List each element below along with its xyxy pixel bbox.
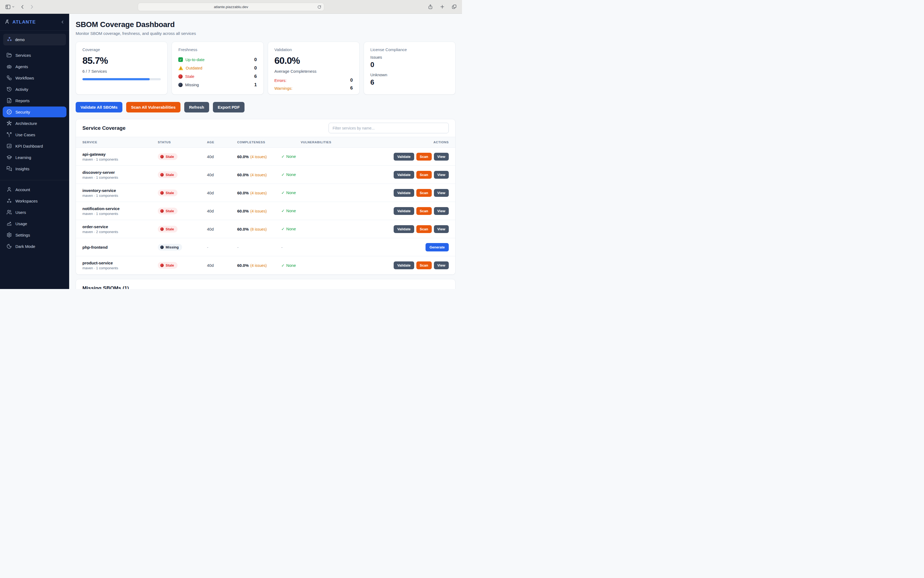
sidebar-item-security[interactable]: Security xyxy=(3,107,66,117)
completeness-issues: (4 issues) xyxy=(251,263,267,268)
status-label: Stale xyxy=(166,155,174,159)
sidebar-item-workspaces[interactable]: Workspaces xyxy=(3,195,66,206)
view-button[interactable]: View xyxy=(434,171,449,179)
view-button[interactable]: View xyxy=(434,207,449,215)
actions-cell: ValidateScanView xyxy=(391,171,449,179)
validate-button[interactable]: Validate xyxy=(394,153,414,161)
service-name: api-gateway xyxy=(83,152,158,156)
warnings-value: 6 xyxy=(350,85,353,91)
completeness-value: 60.0% xyxy=(237,172,249,177)
history-icon xyxy=(6,86,12,92)
col-status: STATUS xyxy=(158,141,207,144)
black-circle-icon xyxy=(178,83,183,87)
new-tab-icon[interactable] xyxy=(438,3,446,11)
scan-button[interactable]: Scan xyxy=(416,153,432,161)
view-button[interactable]: View xyxy=(434,225,449,233)
service-cell: product-servicemaven · 1 components xyxy=(83,261,158,270)
vulnerabilities-cell: ✓None xyxy=(281,154,391,159)
status-cell: Missing xyxy=(158,244,207,251)
scan-button[interactable]: Scan xyxy=(416,189,432,197)
freshness-label: Up-to-date xyxy=(185,57,204,62)
status-label: Stale xyxy=(166,227,174,231)
sidebar-nav-primary: ServicesAgentsWorkflowsActivityReportsSe… xyxy=(0,49,69,175)
sidebar-item-label: Account xyxy=(15,187,30,192)
table-row-discovery-server: discovery-servermaven · 1 componentsStal… xyxy=(76,166,455,184)
address-bar[interactable]: atlante.piazzablu.dev xyxy=(138,3,324,11)
sidebar-item-account[interactable]: Account xyxy=(3,184,66,195)
sidebar-item-workflows[interactable]: Workflows xyxy=(3,73,66,83)
completeness-issues: (8 issues) xyxy=(251,227,267,231)
scan-button[interactable]: Scan xyxy=(416,207,432,215)
sidebar-item-use-cases[interactable]: Use Cases xyxy=(3,129,66,140)
workspaces-icon xyxy=(6,198,12,204)
sidebar-collapse-icon[interactable] xyxy=(60,20,65,24)
status-badge-stale: Stale xyxy=(158,226,178,232)
sidebar-item-label: Learning xyxy=(15,155,31,160)
export-pdf-button[interactable]: Export PDF xyxy=(213,102,245,112)
service-cell: php-frontend xyxy=(83,245,158,250)
table-row-inventory-service: inventory-servicemaven · 1 componentsSta… xyxy=(76,184,455,202)
warnings-label: Warnings: xyxy=(275,86,293,91)
sidebar-toggle-icon[interactable] xyxy=(4,3,12,11)
table-row-product-service: product-servicemaven · 1 componentsStale… xyxy=(76,256,455,274)
sidebar-item-settings[interactable]: Settings xyxy=(3,229,66,240)
forward-button[interactable] xyxy=(28,3,36,11)
sidebar-item-label: Usage xyxy=(15,221,27,226)
missing-sboms-title: Missing SBOMs (1) xyxy=(83,285,449,289)
check-icon: ✓ xyxy=(281,190,285,195)
actions-cell: Generate xyxy=(391,243,449,252)
actions-cell: ValidateScanView xyxy=(391,207,449,215)
vulnerabilities-cell: ✓None xyxy=(281,190,391,195)
actions-cell: ValidateScanView xyxy=(391,225,449,233)
sidebar-item-services[interactable]: Services xyxy=(3,50,66,60)
generate-button[interactable]: Generate xyxy=(426,243,449,252)
reload-icon[interactable] xyxy=(317,5,322,9)
vulnerabilities-value: None xyxy=(286,172,296,177)
sidebar-item-insights[interactable]: Insights xyxy=(3,163,66,174)
sidebar-item-agents[interactable]: Agents xyxy=(3,61,66,72)
completeness-issues: (4 issues) xyxy=(251,209,267,213)
sidebar-item-architecture[interactable]: Architecture xyxy=(3,118,66,129)
filter-services-input[interactable] xyxy=(328,123,449,133)
status-badge-missing: Missing xyxy=(158,244,182,251)
workspace-selector-demo[interactable]: demo xyxy=(3,34,66,45)
view-button[interactable]: View xyxy=(434,189,449,197)
service-meta: maven · 1 components xyxy=(83,212,158,216)
scan-all-vulnerabilities-button[interactable]: Scan All Vulnerabilities xyxy=(126,102,180,112)
refresh-button[interactable]: Refresh xyxy=(184,102,209,112)
validate-button[interactable]: Validate xyxy=(394,207,414,215)
view-button[interactable]: View xyxy=(434,261,449,269)
sidebar-item-usage[interactable]: Usage xyxy=(3,218,66,229)
sidebar-item-users[interactable]: Users xyxy=(3,207,66,218)
validate-button[interactable]: Validate xyxy=(394,225,414,233)
tab-overview-icon[interactable] xyxy=(450,3,458,11)
validate-button[interactable]: Validate xyxy=(394,261,414,269)
validate-button[interactable]: Validate xyxy=(394,189,414,197)
scan-button[interactable]: Scan xyxy=(416,225,432,233)
atlante-logo xyxy=(4,19,10,25)
view-button[interactable]: View xyxy=(434,153,449,161)
status-label: Stale xyxy=(166,209,174,213)
sidebar-item-reports[interactable]: Reports xyxy=(3,95,66,106)
sidebar-item-activity[interactable]: Activity xyxy=(3,84,66,95)
sidebar-item-dark-mode[interactable]: Dark Mode xyxy=(3,241,66,252)
validation-card: Validation 60.0% Average Completeness Er… xyxy=(268,42,359,95)
validate-all-sboms-button[interactable]: Validate All SBOMs xyxy=(76,102,122,112)
validate-button[interactable]: Validate xyxy=(394,171,414,179)
scan-button[interactable]: Scan xyxy=(416,171,432,179)
share-icon[interactable] xyxy=(426,3,434,11)
sidebar-item-label: Architecture xyxy=(15,121,37,126)
red-circle-icon xyxy=(178,74,183,79)
sidebar-item-learning[interactable]: Learning xyxy=(3,152,66,163)
completeness-cell: 60.0%(4 issues) xyxy=(237,154,281,159)
red-circle-icon xyxy=(160,264,164,267)
sidebar-item-kpi-dashboard[interactable]: KPI Dashboard xyxy=(3,141,66,151)
table-row-order-service: order-servicemaven · 2 componentsStale40… xyxy=(76,220,455,238)
check-badge-icon: ✓ xyxy=(178,57,183,62)
back-button[interactable] xyxy=(18,3,26,11)
toolbar-chevron-down-icon[interactable] xyxy=(12,5,15,8)
vulnerabilities-value: None xyxy=(286,154,296,159)
validation-label: Validation xyxy=(275,47,353,52)
col-vulnerabilities: VULNERABILITIES xyxy=(281,141,391,144)
scan-button[interactable]: Scan xyxy=(416,261,432,269)
